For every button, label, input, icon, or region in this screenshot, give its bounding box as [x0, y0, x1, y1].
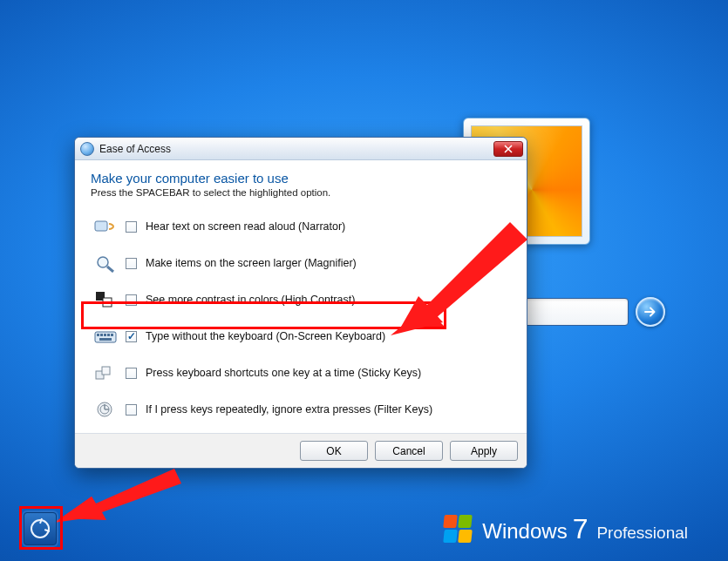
svg-rect-13 — [102, 367, 110, 375]
option-filter-keys-label: If I press keys repeatedly, ignore extra… — [146, 403, 432, 416]
svg-rect-10 — [111, 334, 113, 336]
svg-rect-5 — [95, 332, 116, 342]
dialog-title: Ease of Access — [99, 143, 488, 155]
dialog-titlebar[interactable]: Ease of Access — [75, 138, 527, 160]
branding-edition: Professional — [596, 524, 688, 543]
high-contrast-icon — [94, 288, 117, 311]
option-narrator[interactable]: Hear text on screen read aloud (Narrator… — [91, 208, 511, 245]
login-submit-button[interactable] — [636, 297, 665, 327]
option-magnifier[interactable]: Make items on the screen larger (Magnifi… — [91, 245, 511, 281]
dialog-subheading: Press the SPACEBAR to select the highlig… — [91, 187, 511, 198]
svg-rect-11 — [99, 338, 112, 341]
annotation-arrow-to-corner — [52, 462, 192, 531]
svg-line-2 — [107, 267, 113, 272]
svg-rect-9 — [107, 334, 110, 336]
option-sticky-keys[interactable]: Press keyboard shortcuts one key at a ti… — [91, 355, 511, 391]
svg-rect-8 — [104, 334, 106, 336]
sticky-keys-icon — [94, 362, 117, 384]
ease-of-access-corner-icon — [31, 519, 50, 538]
filter-keys-icon — [94, 398, 117, 421]
option-narrator-label: Hear text on screen read aloud (Narrator… — [146, 220, 345, 233]
close-button[interactable] — [493, 141, 523, 157]
svg-rect-7 — [100, 334, 103, 336]
login-screen-background: river Easy est Ease of Access — [0, 0, 728, 561]
dialog-button-bar: OK Cancel Apply — [75, 433, 527, 468]
apply-button[interactable]: Apply — [450, 441, 518, 461]
windows-branding: Windows 7 Professional — [444, 513, 688, 545]
option-magnifier-label: Make items on the screen larger (Magnifi… — [146, 257, 357, 269]
windows-flag-icon — [444, 515, 473, 544]
svg-marker-21 — [54, 497, 103, 523]
option-sticky-keys-checkbox[interactable] — [126, 368, 137, 379]
cancel-button[interactable]: Cancel — [375, 441, 443, 461]
option-high-contrast-label: See more contrast in colors (High Contra… — [146, 294, 355, 306]
branding-version: 7 — [573, 513, 589, 545]
ease-of-access-dialog: Ease of Access Make your computer easier… — [74, 137, 527, 469]
option-on-screen-keyboard[interactable]: Type without the keyboard (On-Screen Key… — [91, 318, 511, 355]
dialog-heading: Make your computer easier to use — [91, 171, 511, 186]
svg-point-1 — [98, 257, 108, 267]
option-filter-keys[interactable]: If I press keys repeatedly, ignore extra… — [91, 391, 511, 428]
option-on-screen-keyboard-label: Type without the keyboard (On-Screen Key… — [146, 330, 385, 342]
svg-rect-0 — [95, 221, 107, 231]
svg-marker-20 — [61, 469, 181, 520]
ease-of-access-icon — [80, 142, 94, 156]
option-magnifier-checkbox[interactable] — [126, 258, 137, 269]
option-narrator-checkbox[interactable] — [126, 221, 137, 233]
branding-product: Windows — [482, 519, 567, 544]
ease-of-access-corner-button[interactable] — [24, 512, 57, 545]
option-filter-keys-checkbox[interactable] — [126, 404, 137, 416]
option-high-contrast-checkbox[interactable] — [126, 294, 137, 306]
svg-rect-4 — [103, 298, 112, 307]
option-on-screen-keyboard-checkbox[interactable] — [126, 331, 137, 342]
svg-rect-6 — [97, 334, 99, 336]
keyboard-icon — [94, 325, 117, 348]
narrator-icon — [94, 215, 117, 238]
magnifier-icon — [94, 252, 117, 274]
option-sticky-keys-label: Press keyboard shortcuts one key at a ti… — [146, 367, 421, 379]
arrow-right-icon — [643, 304, 658, 320]
option-high-contrast[interactable]: See more contrast in colors (High Contra… — [91, 281, 511, 318]
ok-button[interactable]: OK — [300, 441, 368, 461]
close-icon — [504, 145, 513, 153]
